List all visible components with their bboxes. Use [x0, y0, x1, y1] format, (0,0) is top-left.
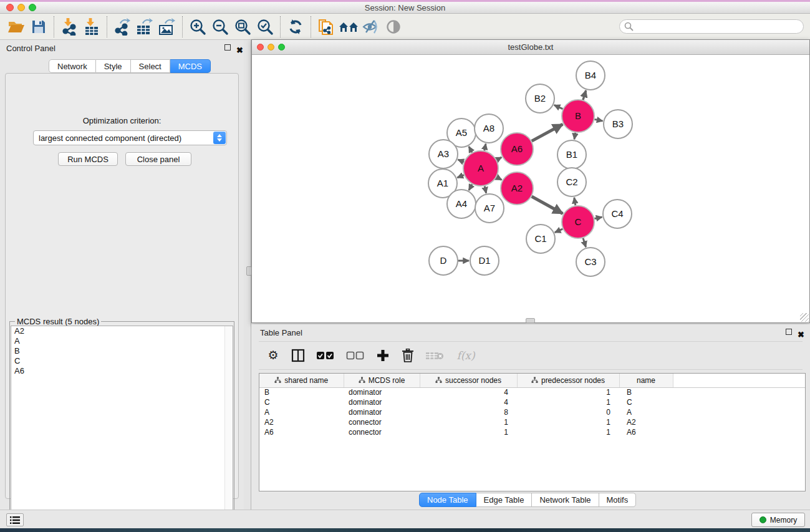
memory-button[interactable]: Memory: [751, 513, 805, 527]
graph-node-A8[interactable]: A8: [475, 114, 503, 143]
graph-edge-C-C2[interactable]: [574, 198, 576, 206]
table-cell[interactable]: 1: [420, 417, 517, 427]
tab-style[interactable]: Style: [96, 59, 131, 73]
window-resize-grip[interactable]: [800, 313, 809, 322]
tab-node-table[interactable]: Node Table: [419, 493, 476, 507]
column-header-shared-name[interactable]: shared name: [259, 374, 344, 387]
graph-node-A4[interactable]: A4: [447, 190, 476, 218]
graph-node-D[interactable]: D: [429, 246, 458, 275]
graph-node-A3[interactable]: A3: [429, 140, 458, 168]
table-cell[interactable]: connector: [344, 417, 420, 427]
show-all-button[interactable]: [382, 16, 405, 37]
zoom-selected-button[interactable]: [254, 16, 276, 37]
graph-edge-B-B3[interactable]: [594, 119, 602, 121]
graph-edge-A-A4[interactable]: [469, 184, 472, 190]
task-history-button[interactable]: [6, 513, 24, 526]
graph-edge-A-A8[interactable]: [485, 143, 486, 150]
hide-selected-button[interactable]: [360, 16, 382, 37]
deselect-all-button[interactable]: [345, 347, 366, 364]
table-cell[interactable]: 1: [517, 387, 619, 397]
zoom-out-button[interactable]: [209, 16, 231, 37]
table-cell[interactable]: dominator: [344, 387, 420, 397]
tab-motifs[interactable]: Motifs: [599, 493, 637, 507]
column-header-predecessor-nodes[interactable]: predecessor nodes: [517, 374, 619, 387]
table-cell[interactable]: A2: [619, 417, 673, 427]
mcds-result-list[interactable]: A2ABCA6: [11, 326, 233, 531]
delete-table-button[interactable]: [425, 347, 445, 364]
table-cell[interactable]: A: [259, 407, 344, 417]
tab-edge-table[interactable]: Edge Table: [476, 493, 533, 507]
table-cell[interactable]: dominator: [344, 407, 420, 417]
table-cell[interactable]: 0: [517, 407, 619, 417]
horizontal-splitter-handle[interactable]: [526, 318, 535, 323]
graph-edge-C-C1[interactable]: [555, 229, 563, 233]
table-cell[interactable]: A: [619, 407, 673, 417]
add-column-button[interactable]: [375, 347, 391, 364]
graph-edge-A-A2[interactable]: [496, 177, 501, 180]
column-settings-button[interactable]: ⚙: [265, 347, 281, 364]
table-row[interactable]: A2connector11A2: [259, 417, 805, 427]
graph-node-A6[interactable]: A6: [501, 133, 533, 165]
zoom-in-button[interactable]: [186, 16, 209, 37]
tab-select[interactable]: Select: [131, 59, 170, 73]
graph-edge-A-A6[interactable]: [497, 157, 502, 160]
tab-network-table[interactable]: Network Table: [532, 493, 599, 507]
graph-node-B2[interactable]: B2: [526, 84, 554, 113]
close-panel-icon[interactable]: ✖: [236, 44, 244, 52]
table-cell[interactable]: B: [619, 387, 673, 397]
export-image-button[interactable]: [156, 16, 178, 37]
graph-node-A[interactable]: A: [463, 151, 498, 186]
graph-node-C3[interactable]: C3: [576, 248, 605, 276]
table-cell[interactable]: 1: [517, 397, 619, 407]
tab-mcds[interactable]: MCDS: [170, 59, 211, 73]
graph-edge-C-C3[interactable]: [583, 238, 586, 247]
clone-network-button[interactable]: [315, 16, 337, 37]
graph-edge-A-A3[interactable]: [458, 160, 464, 162]
panel-layout-button[interactable]: [290, 347, 306, 364]
table-cell[interactable]: 8: [420, 407, 517, 417]
graph-edge-A-A1[interactable]: [457, 175, 464, 178]
table-cell[interactable]: C: [259, 397, 344, 407]
table-cell[interactable]: A6: [259, 427, 344, 437]
table-cell[interactable]: C: [619, 397, 673, 407]
table-cell[interactable]: dominator: [344, 397, 420, 407]
graph-node-C4[interactable]: C4: [603, 200, 632, 228]
export-table-button[interactable]: [133, 16, 156, 37]
table-cell[interactable]: 1: [517, 427, 619, 437]
table-cell[interactable]: [673, 407, 805, 417]
table-cell[interactable]: 1: [420, 427, 517, 437]
graph-edge-A6-B[interactable]: [532, 124, 563, 141]
run-mcds-button[interactable]: Run MCDS: [58, 152, 118, 166]
open-session-button[interactable]: [5, 16, 27, 37]
table-cell[interactable]: A2: [259, 417, 344, 427]
close-panel-button[interactable]: Close panel: [125, 152, 191, 166]
scrollbar-track[interactable]: [224, 326, 233, 530]
graph-node-B3[interactable]: B3: [604, 110, 632, 138]
graph-node-C2[interactable]: C2: [557, 168, 586, 196]
function-builder-button[interactable]: f(x): [453, 347, 478, 364]
graph-edge-C-C4[interactable]: [594, 217, 602, 218]
mcds-result-item[interactable]: B: [11, 346, 233, 356]
mcds-result-item[interactable]: A6: [11, 366, 233, 376]
float-table-panel-icon[interactable]: [786, 329, 793, 336]
table-cell[interactable]: 4: [420, 397, 517, 407]
table-cell[interactable]: B: [259, 387, 344, 397]
column-header-successor-nodes[interactable]: successor nodes: [420, 374, 517, 387]
table-row[interactable]: Adominator80A: [259, 407, 805, 417]
graph-node-C1[interactable]: C1: [526, 225, 555, 253]
mcds-result-item[interactable]: C: [11, 356, 233, 366]
mcds-result-item[interactable]: A2: [11, 326, 233, 336]
column-header-name[interactable]: name: [619, 374, 673, 387]
import-table-button[interactable]: [80, 16, 103, 37]
table-row[interactable]: Cdominator41C: [259, 397, 805, 407]
network-canvas[interactable]: B4B2BB3A5A8A6A3B1AC2A1A2A4A7C4CC1DD1C3: [252, 55, 809, 322]
table-cell[interactable]: [673, 427, 805, 437]
table-cell[interactable]: 1: [517, 417, 619, 427]
import-network-button[interactable]: [58, 16, 80, 37]
zoom-fit-button[interactable]: [231, 16, 254, 37]
table-cell[interactable]: A6: [619, 427, 673, 437]
column-header-mcds-role[interactable]: MCDS role: [344, 374, 420, 387]
graph-edge-B-B1[interactable]: [574, 133, 576, 140]
tab-network[interactable]: Network: [49, 59, 96, 73]
graph-edge-A-A7[interactable]: [485, 186, 486, 193]
